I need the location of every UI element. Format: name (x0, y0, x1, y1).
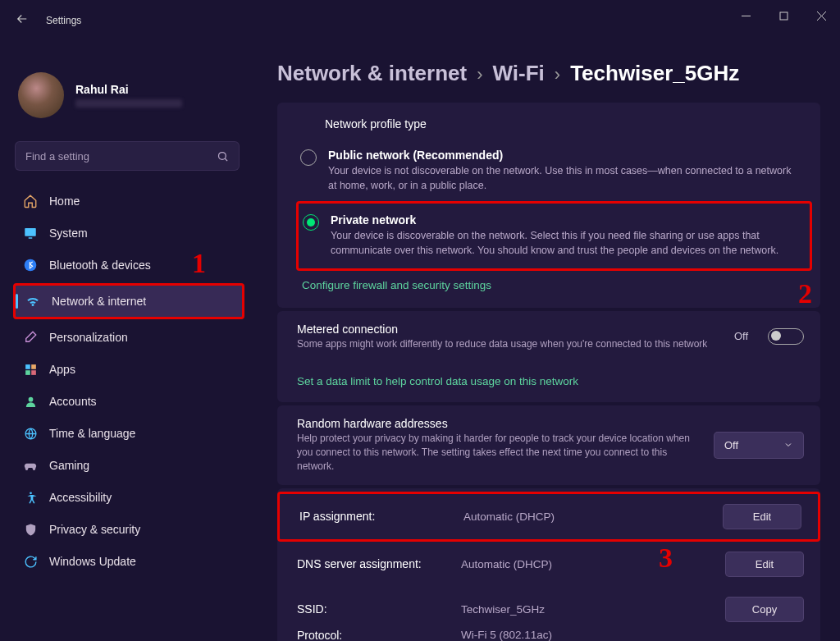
search-placeholder: Find a setting (25, 150, 217, 163)
search-input[interactable]: Find a setting (15, 141, 240, 171)
sidebar-item-accessibility[interactable]: Accessibility (13, 482, 244, 513)
copy-button[interactable]: Copy (725, 597, 804, 622)
dns-assignment-row: DNS server assignment: Automatic (DHCP) … (297, 542, 804, 587)
svg-point-4 (219, 152, 226, 159)
main-content: Network & internet › Wi-Fi › Techwiser_5… (253, 26, 840, 641)
svg-point-15 (30, 492, 32, 494)
metered-connection-row: Metered connection Some apps might work … (277, 311, 820, 403)
svg-rect-7 (29, 237, 33, 239)
svg-point-13 (28, 396, 33, 401)
globe-icon (23, 426, 38, 441)
sidebar-item-network[interactable]: Network & internet (13, 283, 244, 319)
sidebar-item-privacy[interactable]: Privacy & security (13, 514, 244, 545)
ip-assignment-row: IP assignment: Automatic (DHCP) Edit (277, 492, 820, 542)
ssid-row: SSID: Techwiser_5GHz Copy (297, 587, 804, 625)
search-icon (217, 150, 229, 163)
close-button[interactable] (802, 5, 840, 26)
radio-selected-icon (303, 214, 319, 231)
svg-rect-10 (31, 364, 36, 369)
svg-rect-12 (31, 370, 36, 375)
metered-toggle[interactable] (768, 328, 804, 345)
update-icon (23, 554, 38, 569)
shield-icon (23, 522, 38, 537)
sidebar-item-system[interactable]: System (13, 217, 244, 249)
network-profile-card: Network profile type Public network (Rec… (277, 103, 820, 308)
annotation-3: 3 (659, 543, 673, 574)
ip-edit-button[interactable]: Edit (723, 504, 801, 529)
dns-edit-button[interactable]: Edit (725, 552, 804, 577)
app-title: Settings (46, 15, 81, 26)
back-button[interactable] (15, 11, 30, 29)
accessibility-icon (23, 490, 38, 505)
svg-point-8 (25, 259, 37, 272)
brush-icon (23, 330, 38, 345)
breadcrumb: Network & internet › Wi-Fi › Techwiser_5… (277, 61, 820, 86)
breadcrumb-l2[interactable]: Wi-Fi (492, 61, 544, 86)
profile-email-blurred (75, 99, 182, 108)
sidebar-item-update[interactable]: Windows Update (13, 546, 244, 577)
svg-rect-6 (25, 228, 36, 236)
maximize-button[interactable] (765, 5, 802, 26)
data-limit-link[interactable]: Set a data limit to help control data us… (297, 372, 804, 391)
svg-rect-9 (25, 364, 30, 369)
profile-type-heading: Network profile type (325, 117, 799, 130)
wifi-icon (25, 294, 40, 309)
firewall-link[interactable]: Configure firewall and security settings (302, 276, 799, 295)
sidebar-item-personalization[interactable]: Personalization (13, 322, 244, 353)
sidebar-item-apps[interactable]: Apps (13, 354, 244, 385)
chevron-right-icon: › (555, 64, 560, 85)
random-mac-dropdown[interactable]: Off (714, 432, 804, 459)
private-network-option[interactable]: Private network Your device is discovera… (296, 201, 812, 270)
annotation-2: 2 (798, 278, 812, 309)
profile-name: Rahul Rai (75, 83, 182, 96)
chevron-right-icon: › (477, 64, 482, 85)
titlebar (0, 0, 840, 26)
sidebar: Rahul Rai Find a setting Home System Blu… (0, 26, 253, 641)
radio-unselected-icon (300, 149, 317, 166)
annotation-1: 1 (192, 248, 206, 279)
home-icon (23, 194, 38, 208)
minimize-button[interactable] (727, 5, 765, 26)
sidebar-item-accounts[interactable]: Accounts (13, 386, 244, 417)
gamepad-icon (23, 458, 38, 473)
random-mac-row: Random hardware addresses Help protect y… (277, 405, 820, 484)
breadcrumb-l3: Techwiser_5GHz (570, 61, 739, 86)
apps-icon (23, 362, 38, 377)
metered-state: Off (734, 330, 748, 342)
sidebar-item-gaming[interactable]: Gaming (13, 450, 244, 481)
svg-rect-11 (25, 370, 30, 375)
person-icon (23, 394, 38, 409)
system-icon (23, 226, 38, 240)
avatar (18, 72, 64, 118)
svg-rect-1 (780, 12, 788, 20)
user-profile[interactable]: Rahul Rai (13, 36, 244, 133)
protocol-row: Protocol: Wi-Fi 5 (802.11ac) (297, 625, 804, 641)
sidebar-item-time[interactable]: Time & language (13, 418, 244, 449)
sidebar-item-home[interactable]: Home (13, 185, 244, 217)
sidebar-item-bluetooth[interactable]: Bluetooth & devices (13, 250, 244, 281)
public-network-option[interactable]: Public network (Recommended) Your device… (300, 144, 799, 201)
bluetooth-icon (23, 258, 38, 272)
properties-card: IP assignment: Automatic (DHCP) Edit DNS… (277, 488, 820, 641)
chevron-down-icon (783, 440, 793, 450)
svg-line-5 (225, 158, 227, 161)
breadcrumb-l1[interactable]: Network & internet (277, 61, 467, 86)
